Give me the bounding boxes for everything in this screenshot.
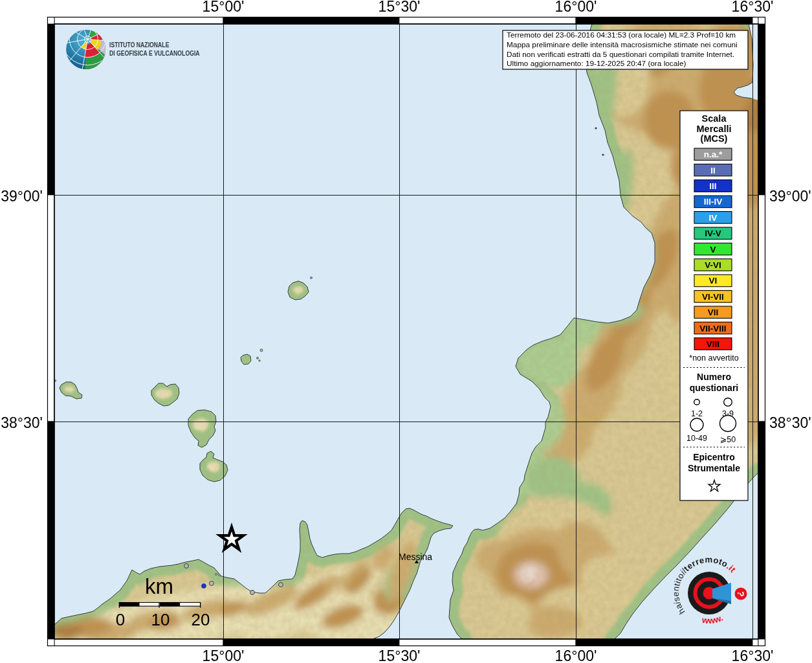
svg-text:questionari: questionari <box>690 383 738 393</box>
svg-text:VII-VIII: VII-VIII <box>699 324 726 333</box>
svg-text:0: 0 <box>116 610 125 629</box>
svg-text:10-49: 10-49 <box>686 434 707 443</box>
svg-text:Messina: Messina <box>399 552 432 562</box>
svg-text:V-VI: V-VI <box>705 260 721 270</box>
svg-text:16°00': 16°00' <box>555 0 597 15</box>
svg-text:38°30': 38°30' <box>769 414 811 431</box>
svg-text:(MCS): (MCS) <box>701 133 728 144</box>
svg-text:39°00': 39°00' <box>1 188 43 205</box>
svg-text:III-IV: III-IV <box>704 197 723 207</box>
svg-text:ISTITUTO NAZIONALE: ISTITUTO NAZIONALE <box>109 41 170 49</box>
svg-text:16°00': 16°00' <box>555 647 597 663</box>
svg-text:III: III <box>709 181 716 191</box>
svg-text:1-2: 1-2 <box>691 409 703 418</box>
svg-text:16°30': 16°30' <box>732 647 774 663</box>
svg-text:10: 10 <box>151 610 170 629</box>
svg-text:15°30': 15°30' <box>379 647 421 663</box>
svg-text:15°00': 15°00' <box>203 647 245 663</box>
svg-text:Scala: Scala <box>702 113 727 124</box>
svg-text:20: 20 <box>192 610 210 629</box>
svg-text:VIII: VIII <box>707 339 719 349</box>
svg-text:Ultimo aggiornamento: 19-12-20: Ultimo aggiornamento: 19-12-2025 20:47 (… <box>507 59 686 68</box>
svg-text:39°00': 39°00' <box>769 188 811 205</box>
svg-text:*non avvertito: *non avvertito <box>689 354 738 363</box>
svg-text:Strumentale: Strumentale <box>688 463 740 473</box>
svg-text:⩾50: ⩾50 <box>720 435 736 444</box>
svg-text:DI GEOFISICA E VULCANOLOGIA: DI GEOFISICA E VULCANOLOGIA <box>109 50 200 58</box>
svg-text:VII: VII <box>708 308 719 317</box>
svg-text:n.a.*: n.a.* <box>704 150 723 159</box>
svg-text:V: V <box>710 245 716 254</box>
svg-text:VI-VII: VI-VII <box>702 292 724 302</box>
svg-text:VI: VI <box>709 276 718 286</box>
svg-text:38°30': 38°30' <box>1 414 43 431</box>
svg-text:IV: IV <box>709 213 718 223</box>
svg-text:15°30': 15°30' <box>379 0 421 15</box>
svg-text:Dati non verificati estratti d: Dati non verificati estratti da 5 questi… <box>507 50 734 59</box>
svg-text:Mercalli: Mercalli <box>697 124 732 134</box>
svg-text:km: km <box>145 574 173 598</box>
svg-text:Mappa preliminare delle intens: Mappa preliminare delle intensità macros… <box>507 40 738 49</box>
svg-text:Terremoto del 23-06-2016 04:31: Terremoto del 23-06-2016 04:31:53 (ora l… <box>507 30 736 39</box>
svg-text:15°00': 15°00' <box>203 0 245 15</box>
svg-text:3-9: 3-9 <box>722 409 734 418</box>
svg-text:Numero: Numero <box>697 372 731 382</box>
svg-text:IV-V: IV-V <box>705 229 721 238</box>
svg-text:II: II <box>710 166 716 175</box>
svg-text:16°30': 16°30' <box>732 0 774 15</box>
svg-text:Epicentro: Epicentro <box>693 452 735 462</box>
